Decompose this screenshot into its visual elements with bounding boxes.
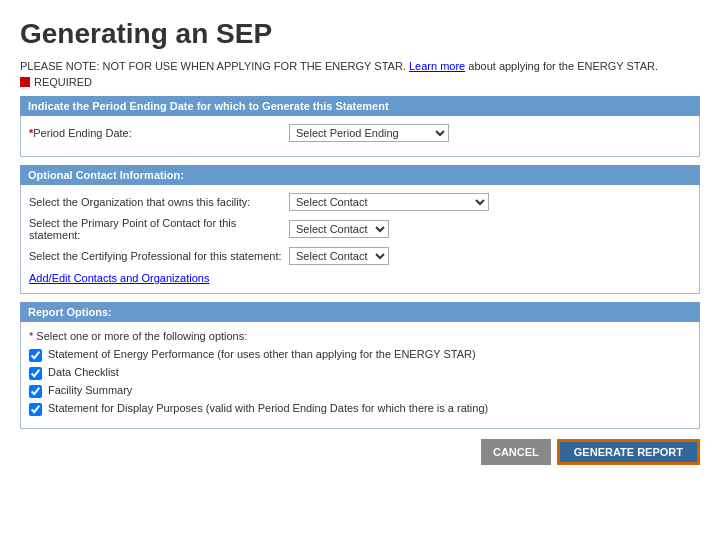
primary-contact-row: Select the Primary Point of Contact for … <box>29 217 691 241</box>
org-select-row: Select the Organization that owns this f… <box>29 193 691 211</box>
required-indicator: REQUIRED <box>20 76 700 88</box>
option-label-2: Facility Summary <box>48 384 132 396</box>
option-checkbox-0[interactable] <box>29 349 42 362</box>
option-row-2: Facility Summary <box>29 384 691 398</box>
option-label-3: Statement for Display Purposes (valid wi… <box>48 402 488 414</box>
cancel-button[interactable]: CANCEL <box>481 439 551 465</box>
period-ending-select[interactable]: Select Period Ending <box>289 124 449 142</box>
report-section-header: Report Options: <box>20 302 700 322</box>
notice-text: PLEASE NOTE: NOT FOR USE WHEN APPLYING F… <box>20 60 700 72</box>
period-ending-label: *Period Ending Date: <box>29 127 289 139</box>
primary-contact-label: Select the Primary Point of Contact for … <box>29 217 289 241</box>
period-section-body: *Period Ending Date: Select Period Endin… <box>20 116 700 157</box>
learn-more-link[interactable]: Learn more <box>409 60 465 72</box>
option-row-1: Data Checklist <box>29 366 691 380</box>
generate-report-button[interactable]: GENERATE REPORT <box>557 439 700 465</box>
option-row-3: Statement for Display Purposes (valid wi… <box>29 402 691 416</box>
option-label-1: Data Checklist <box>48 366 119 378</box>
option-label-0: Statement of Energy Performance (for use… <box>48 348 476 360</box>
org-select[interactable]: Select Contact <box>289 193 489 211</box>
certifying-contact-label: Select the Certifying Professional for t… <box>29 250 289 262</box>
add-edit-contacts-link[interactable]: Add/Edit Contacts and Organizations <box>29 272 209 284</box>
certifying-contact-select[interactable]: Select Contact <box>289 247 389 265</box>
period-section-header: Indicate the Period Ending Date for whic… <box>20 96 700 116</box>
certifying-contact-row: Select the Certifying Professional for t… <box>29 247 691 265</box>
primary-contact-select[interactable]: Select Contact <box>289 220 389 238</box>
option-checkbox-3[interactable] <box>29 403 42 416</box>
report-section-body: * Select one or more of the following op… <box>20 322 700 429</box>
option-checkbox-1[interactable] <box>29 367 42 380</box>
option-row-0: Statement of Energy Performance (for use… <box>29 348 691 362</box>
period-ending-row: *Period Ending Date: Select Period Endin… <box>29 124 691 142</box>
contact-section-header: Optional Contact Information: <box>20 165 700 185</box>
org-select-label: Select the Organization that owns this f… <box>29 196 289 208</box>
contact-section-body: Select the Organization that owns this f… <box>20 185 700 294</box>
option-checkbox-2[interactable] <box>29 385 42 398</box>
page-title: Generating an SEP <box>0 0 720 60</box>
add-edit-link-row: Add/Edit Contacts and Organizations <box>29 271 691 285</box>
buttons-row: CANCEL GENERATE REPORT <box>20 439 700 465</box>
options-sub-label: * Select one or more of the following op… <box>29 330 691 342</box>
required-box-icon <box>20 77 30 87</box>
